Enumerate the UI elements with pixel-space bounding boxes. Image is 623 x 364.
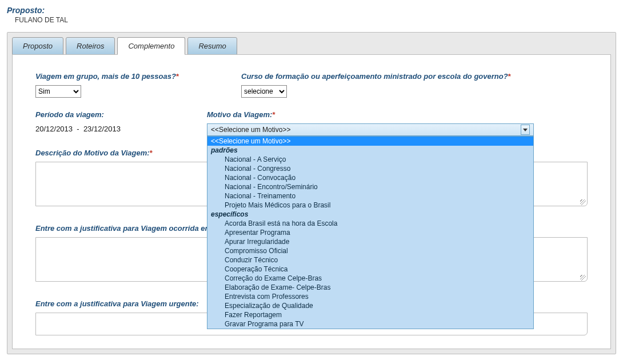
motive-combo-display[interactable]: <<Selecione um Motivo>> [207,123,534,136]
motive-option[interactable]: Projeto Mais Médicos para o Brasil [207,201,533,210]
motive-dropdown: <<Selecione um Motivo>>padrõesNacional -… [207,136,534,329]
motive-option[interactable]: Nacional - Congresso [207,164,533,173]
motive-option[interactable]: Cooperação Técnica [207,265,533,274]
group-trip-select[interactable]: Sim [35,85,81,98]
motive-combo-text: <<Selecione um Motivo>> [211,124,290,135]
proposto-header-label: Proposto: [7,6,620,15]
motive-option-selected[interactable]: <<Selecione um Motivo>> [207,137,533,146]
motive-option[interactable]: Gravar Programa para TV [207,319,533,329]
tab-resumo[interactable]: Resumo [187,37,237,55]
motive-option[interactable]: Nacional - A Serviço [207,155,533,164]
tab-strip: Proposto Roteiros Complemento Resumo [12,37,611,55]
tab-proposto[interactable]: Proposto [12,37,63,55]
motive-option[interactable]: Nacional - Convocação [207,173,533,182]
motive-option[interactable]: Compromisso Oficial [207,246,533,255]
motive-option[interactable]: Conduzir Técnico [207,255,533,265]
motive-option[interactable]: Nacional - Treinamento [207,191,533,201]
motive-option[interactable]: Especialização de Qualidade [207,301,533,310]
motive-dropdown-inner[interactable]: <<Selecione um Motivo>>padrõesNacional -… [207,137,533,329]
proposto-header-value: FULANO DE TAL [15,16,620,24]
motive-option[interactable]: Acorda Brasil está na hora da Escola [207,219,533,228]
tab-body-complemento: Viagem em grupo, mais de 10 pessoas?* Si… [12,54,611,349]
course-label: Curso de formação ou aperfeiçoamento min… [241,72,588,81]
motive-option[interactable]: Fazer Reportagem [207,310,533,319]
main-panel: Proposto Roteiros Complemento Resumo Via… [7,32,616,354]
motive-combo-button[interactable] [521,125,530,135]
motive-option[interactable]: Elaboração de Exame- Celpe-Bras [207,283,533,292]
motive-group-label: específicos [207,210,533,219]
group-trip-label: Viagem em grupo, mais de 10 pessoas?* [35,72,207,81]
period-label: Período da viagem: [35,110,173,119]
motive-option[interactable]: Nacional - Encontro/Seminário [207,182,533,191]
tab-roteiros[interactable]: Roteiros [66,37,115,55]
motive-option[interactable]: Correção do Exame Celpe-Bras [207,274,533,283]
course-select[interactable]: selecione [241,85,287,98]
motive-option[interactable]: Apurar Irregularidade [207,237,533,246]
motive-combo[interactable]: <<Selecione um Motivo>> <<Selecione um M… [207,123,534,136]
period-value: 20/12/2013 - 23/12/2013 [35,123,173,133]
tab-complemento[interactable]: Complemento [117,37,185,55]
chevron-down-icon [523,129,528,131]
motive-label: Motivo da Viagem:* [207,110,534,119]
motive-group-label: padrões [207,146,533,155]
motive-option[interactable]: Entrevista com Professores [207,292,533,301]
motive-option[interactable]: Apresentar Programa [207,228,533,237]
